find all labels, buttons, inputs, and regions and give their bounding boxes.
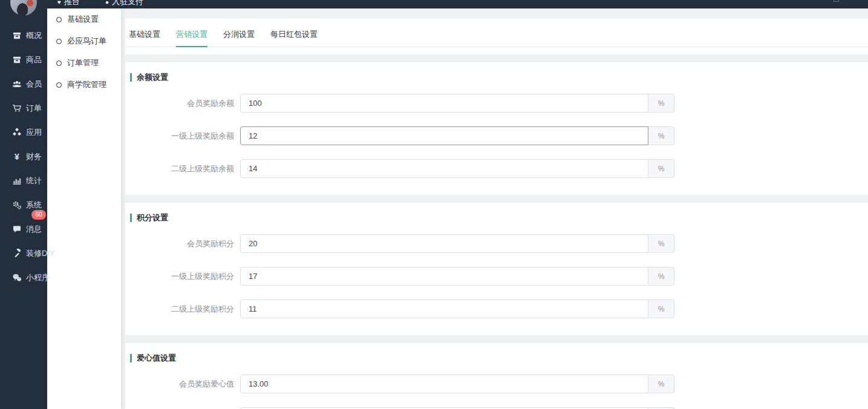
sidebar-menu: 概况 商品 会员 订单 (0, 24, 47, 290)
sidebar-item-messages[interactable]: 消息 60 (0, 217, 47, 241)
header-nav-payment[interactable]: ● 入驻支付 (105, 0, 143, 7)
sidebar-item-miniprogram[interactable]: 小程序 (0, 266, 47, 290)
section-marker (130, 214, 132, 222)
sidebar-item-label: 统计 (26, 175, 42, 186)
field-label: 会员奖励爱心值 (130, 379, 234, 390)
header-right-widget[interactable] (834, 0, 839, 2)
wechat-icon (12, 273, 22, 283)
main-content: 基础设置 营销设置 分润设置 每日红包设置 余额设置 会员奖励余额 % 一级上级… (121, 8, 868, 409)
section-title: 积分设置 (137, 212, 168, 223)
percent-addon: % (648, 126, 674, 145)
primary-sidebar: 概况 商品 会员 订单 (0, 0, 47, 409)
settings-tabs-card: 基础设置 营销设置 分润设置 每日红包设置 (125, 18, 868, 54)
field-label: 一级上级奖励积分 (130, 271, 234, 282)
tab-bar: 基础设置 营销设置 分润设置 每日红包设置 (125, 26, 868, 47)
submenu-item-basic-settings[interactable]: 基础设置 (47, 8, 121, 30)
sidebar-item-label: 消息 (26, 224, 42, 235)
percent-addon: % (648, 299, 674, 318)
sidebar-item-goods[interactable]: 商品 (0, 48, 47, 72)
product-box-icon (12, 55, 22, 65)
sidebar-item-label: 应用 (26, 127, 42, 138)
section-love-value-settings: 爱心值设置 会员奖励爱心值 % % (125, 343, 868, 409)
sidebar-item-label: 商品 (26, 54, 42, 65)
chat-bubble-icon (12, 224, 22, 234)
secondary-sidebar: 基础设置 必应鸟订单 订单管理 商学院管理 (47, 8, 121, 409)
level2-reward-balance-input[interactable] (240, 159, 648, 178)
field-label: 会员奖励余额 (130, 98, 234, 109)
gears-icon (12, 200, 22, 210)
sidebar-item-label: 财务 (26, 151, 42, 162)
cart-icon (12, 103, 22, 113)
field-label: 会员奖励积分 (130, 238, 234, 249)
submenu-item-label: 基础设置 (67, 14, 99, 25)
yen-icon: ¥ (12, 152, 22, 162)
sidebar-item-members[interactable]: 会员 (0, 72, 47, 96)
sidebar-item-label: 会员 (26, 79, 42, 90)
member-reward-points-input[interactable] (240, 234, 648, 253)
sidebar-item-orders[interactable]: 订单 (0, 96, 47, 120)
hammer-icon (12, 249, 22, 258)
submenu-item-order-management[interactable]: 订单管理 (47, 52, 121, 74)
percent-addon: % (648, 375, 674, 393)
field-level1-reward-balance: 一级上级奖励余额 % (130, 126, 868, 145)
section-marker (130, 354, 132, 362)
field-level2-reward-balance: 二级上级奖励余额 % (130, 159, 868, 178)
sidebar-item-label: 概况 (26, 30, 42, 41)
submenu-item-academy-management[interactable]: 商学院管理 (47, 74, 121, 96)
dot-icon: ● (105, 0, 109, 5)
section-balance-settings: 余额设置 会员奖励余额 % 一级上级奖励余额 % 二级上级奖励余额 (125, 62, 868, 195)
tab-marketing-settings[interactable]: 营销设置 (176, 26, 207, 47)
section-points-settings: 积分设置 会员奖励积分 % 一级上级奖励积分 % 二级上级奖励积分 (125, 203, 868, 335)
sidebar-item-label: 订单 (26, 103, 42, 114)
top-header-bar: ♥ 推台 ● 入驻支付 (0, 0, 868, 8)
field-label: 二级上级奖励积分 (130, 304, 234, 315)
section-title: 余额设置 (137, 72, 168, 83)
submenu-item-label: 必应鸟订单 (67, 36, 106, 47)
field-member-reward-balance: 会员奖励余额 % (130, 94, 868, 113)
header-nav-label: 入驻支付 (112, 0, 143, 7)
submenu-item-label: 商学院管理 (67, 79, 106, 90)
sidebar-item-label: 小程序 (26, 272, 50, 283)
archive-box-icon (12, 31, 22, 41)
field-level1-reward-points: 一级上级奖励积分 % (130, 267, 868, 286)
submenu-item-label: 订单管理 (67, 57, 99, 68)
page: ♥ 推台 ● 入驻支付 概况 商品 (0, 0, 868, 409)
sidebar-item-label: 系统 (26, 200, 42, 211)
section-header: 爱心值设置 (130, 354, 868, 362)
header-nav-frontend[interactable]: ♥ 推台 (57, 0, 80, 7)
level2-reward-points-input[interactable] (240, 299, 648, 318)
tab-daily-redpacket-settings[interactable]: 每日红包设置 (270, 26, 318, 47)
user-avatar[interactable] (10, 0, 37, 16)
level1-reward-balance-input[interactable] (240, 126, 648, 145)
member-reward-love-input[interactable] (240, 375, 648, 393)
field-member-reward-love: 会员奖励爱心值 % (130, 375, 868, 393)
field-label: 二级上级奖励余额 (130, 163, 234, 174)
percent-addon: % (648, 159, 674, 178)
percent-addon: % (648, 94, 674, 113)
users-icon (12, 79, 22, 89)
sidebar-item-label: 装修DIY (26, 248, 55, 259)
message-count-badge: 60 (31, 210, 46, 220)
circle-icon (56, 82, 62, 88)
section-title: 爱心值设置 (137, 353, 176, 364)
tab-profit-settings[interactable]: 分润设置 (223, 26, 255, 47)
section-header: 余额设置 (130, 73, 868, 82)
circle-icon (56, 39, 62, 44)
bar-chart-icon (12, 176, 22, 186)
cubes-icon (12, 128, 22, 137)
field-level2-reward-points: 二级上级奖励积分 % (130, 299, 868, 318)
level1-reward-points-input[interactable] (240, 267, 648, 286)
sidebar-item-overview[interactable]: 概况 (0, 24, 47, 48)
sidebar-item-apps[interactable]: 应用 (0, 120, 47, 145)
sidebar-item-decorate-diy[interactable]: 装修DIY (0, 241, 47, 266)
header-nav-label: 推台 (64, 0, 80, 7)
sidebar-item-statistics[interactable]: 统计 (0, 169, 47, 193)
tab-basic-settings[interactable]: 基础设置 (129, 26, 160, 47)
section-marker (130, 73, 132, 82)
circle-icon (56, 17, 62, 22)
submenu-item-bird-orders[interactable]: 必应鸟订单 (47, 30, 121, 52)
sidebar-item-finance[interactable]: ¥ 财务 (0, 145, 47, 169)
percent-addon: % (648, 267, 674, 286)
member-reward-balance-input[interactable] (240, 94, 648, 113)
section-header: 积分设置 (130, 214, 868, 222)
